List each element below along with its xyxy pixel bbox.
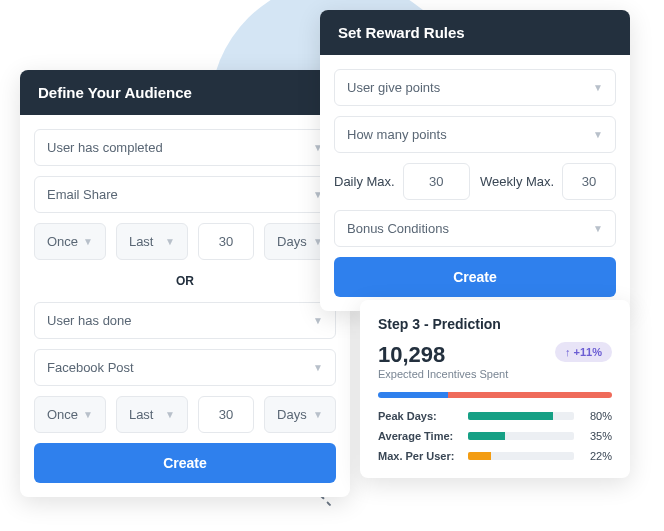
unit-label: Days [277, 407, 307, 422]
chevron-down-icon: ▼ [593, 129, 603, 140]
bonus-conditions-select[interactable]: Bonus Conditions ▼ [334, 210, 616, 247]
condition-label: User has done [47, 313, 132, 328]
frequency-select-2[interactable]: Once ▼ [34, 396, 106, 433]
metric-row: Average Time:35% [378, 430, 612, 442]
metric-value: 35% [582, 430, 612, 442]
chevron-down-icon: ▼ [593, 223, 603, 234]
create-rewards-button[interactable]: Create [334, 257, 616, 297]
give-points-label: User give points [347, 80, 440, 95]
audience-header: Define Your Audience [20, 70, 350, 115]
reward-rules-card: Set Reward Rules User give points ▼ How … [320, 10, 630, 311]
period-select-1[interactable]: Last ▼ [116, 223, 188, 260]
condition-label: User has completed [47, 140, 163, 155]
prediction-change-badge: ↑ +11% [555, 342, 612, 362]
metric-label: Average Time: [378, 430, 460, 442]
metric-bar [468, 452, 574, 460]
rewards-header: Set Reward Rules [320, 10, 630, 55]
metric-label: Peak Days: [378, 410, 460, 422]
frequency-select-1[interactable]: Once ▼ [34, 223, 106, 260]
prediction-subtitle: Expected Incentives Spent [378, 368, 508, 380]
chevron-down-icon: ▼ [313, 362, 323, 373]
or-separator: OR [34, 274, 336, 288]
prediction-card: Step 3 - Prediction 10,298 Expected Ince… [360, 300, 630, 478]
define-audience-card: Define Your Audience User has completed … [20, 70, 350, 497]
action-select-2[interactable]: Facebook Post ▼ [34, 349, 336, 386]
prediction-title: Step 3 - Prediction [378, 316, 612, 332]
frequency-label: Once [47, 407, 78, 422]
daily-max-label: Daily Max. [334, 174, 395, 189]
chevron-down-icon: ▼ [83, 409, 93, 420]
period-label: Last [129, 234, 154, 249]
period-select-2[interactable]: Last ▼ [116, 396, 188, 433]
metric-value: 22% [582, 450, 612, 462]
chevron-down-icon: ▼ [83, 236, 93, 247]
metric-bar [468, 412, 574, 420]
metric-row: Max. Per User:22% [378, 450, 612, 462]
how-many-select[interactable]: How many points ▼ [334, 116, 616, 153]
create-audience-button[interactable]: Create [34, 443, 336, 483]
metric-bar [468, 432, 574, 440]
chevron-down-icon: ▼ [313, 409, 323, 420]
count-input-1[interactable]: 30 [198, 223, 254, 260]
frequency-label: Once [47, 234, 78, 249]
give-points-select[interactable]: User give points ▼ [334, 69, 616, 106]
period-label: Last [129, 407, 154, 422]
unit-select-2[interactable]: Days ▼ [264, 396, 336, 433]
action-select-1[interactable]: Email Share ▼ [34, 176, 336, 213]
daily-max-input[interactable]: 30 [403, 163, 470, 200]
how-many-label: How many points [347, 127, 447, 142]
chevron-down-icon: ▼ [593, 82, 603, 93]
metric-label: Max. Per User: [378, 450, 460, 462]
action-label: Email Share [47, 187, 118, 202]
condition-select-2[interactable]: User has done ▼ [34, 302, 336, 339]
action-label: Facebook Post [47, 360, 134, 375]
weekly-max-label: Weekly Max. [480, 174, 554, 189]
chevron-down-icon: ▼ [165, 409, 175, 420]
metric-row: Peak Days:80% [378, 410, 612, 422]
bonus-label: Bonus Conditions [347, 221, 449, 236]
metric-value: 80% [582, 410, 612, 422]
unit-label: Days [277, 234, 307, 249]
prediction-value: 10,298 [378, 342, 508, 368]
chevron-down-icon: ▼ [165, 236, 175, 247]
condition-select-1[interactable]: User has completed ▼ [34, 129, 336, 166]
weekly-max-input[interactable]: 30 [562, 163, 616, 200]
prediction-gradient-bar [378, 392, 612, 398]
chevron-down-icon: ▼ [313, 315, 323, 326]
count-input-2[interactable]: 30 [198, 396, 254, 433]
